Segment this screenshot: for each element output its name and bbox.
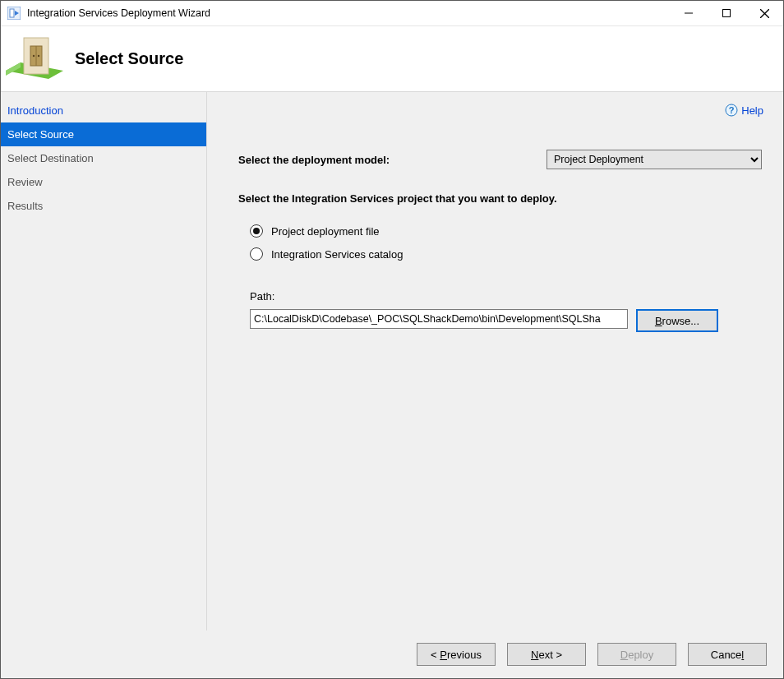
radio-label: Project deployment file [271, 225, 380, 238]
help-link[interactable]: ? Help [725, 104, 763, 117]
window-controls [670, 1, 783, 25]
deployment-model-label: Select the deployment model: [238, 154, 390, 166]
step-results: Results [1, 194, 206, 218]
help-label: Help [741, 104, 763, 117]
svg-point-12 [38, 54, 39, 56]
radio-integration-services-catalog[interactable]: Integration Services catalog [250, 247, 762, 261]
wizard-body: Introduction Select Source Select Destin… [1, 92, 783, 630]
app-icon [7, 7, 21, 20]
radio-icon [250, 224, 263, 238]
wizard-footer: < Previous Next > Deploy Cancel [1, 630, 783, 678]
wizard-steps-sidebar: Introduction Select Source Select Destin… [1, 92, 207, 630]
close-button[interactable] [745, 1, 783, 25]
svg-point-11 [33, 54, 35, 56]
svg-text:?: ? [729, 105, 735, 115]
source-type-radios: Project deployment file Integration Serv… [250, 224, 762, 261]
minimize-button[interactable] [670, 1, 708, 25]
deployment-model-row: Select the deployment model: Project Dep… [238, 150, 762, 169]
path-input[interactable] [250, 309, 628, 329]
deployment-model-select[interactable]: Project Deployment Package Deployment [546, 150, 762, 169]
browse-button[interactable]: Browse... [636, 309, 718, 332]
cancel-button[interactable]: Cancel [688, 643, 767, 666]
radio-icon [250, 247, 263, 261]
step-select-destination: Select Destination [1, 146, 206, 170]
previous-button[interactable]: < Previous [417, 643, 496, 666]
maximize-button[interactable] [708, 1, 745, 25]
titlebar: Integration Services Deployment Wizard [1, 1, 783, 26]
window-title: Integration Services Deployment Wizard [27, 7, 670, 19]
radio-label: Integration Services catalog [271, 248, 403, 261]
step-review: Review [1, 170, 206, 194]
radio-project-deployment-file[interactable]: Project deployment file [250, 224, 762, 238]
wizard-content: ? Help Select the deployment model: Proj… [207, 92, 783, 630]
step-select-source[interactable]: Select Source [1, 122, 206, 146]
wizard-header: Select Source [1, 26, 783, 92]
path-section: Path: Browse... [250, 290, 762, 332]
deploy-button: Deploy [597, 643, 676, 666]
svg-rect-3 [723, 10, 731, 17]
wizard-window: Integration Services Deployment Wizard [0, 0, 784, 679]
instruction-text: Select the Integration Services project … [238, 192, 762, 205]
next-button[interactable]: Next > [507, 643, 586, 666]
path-label: Path: [250, 290, 762, 303]
wizard-graphic-icon [6, 31, 63, 87]
help-icon: ? [725, 104, 738, 117]
svg-rect-1 [10, 9, 14, 17]
step-introduction[interactable]: Introduction [1, 99, 206, 122]
page-title: Select Source [75, 49, 183, 68]
